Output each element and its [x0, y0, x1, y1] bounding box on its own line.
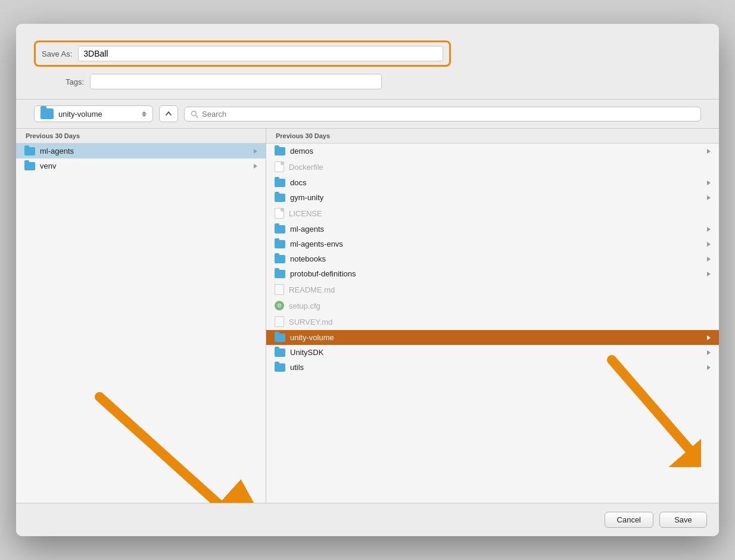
item-name: demos [290, 147, 702, 155]
save-dialog: Save As: Tags: unity-volume [16, 24, 719, 536]
chevron-right-icon [707, 272, 711, 276]
save-button[interactable]: Save [659, 512, 707, 528]
file-icon: ⚙ [275, 301, 284, 310]
item-name: LICENSE [289, 209, 711, 218]
chevron-right-icon [707, 242, 711, 247]
right-panel-header: Previous 30 Days [266, 129, 719, 144]
folder-icon [275, 194, 285, 202]
chevron-right-icon [707, 350, 711, 355]
chevron-right-icon [707, 181, 711, 185]
folder-icon [41, 108, 54, 119]
item-name: ml-agents [40, 147, 249, 155]
list-item[interactable]: docs [266, 175, 719, 190]
chevron-right-icon [254, 164, 257, 169]
list-item-selected[interactable]: unity-volume [266, 330, 719, 345]
list-item[interactable]: venv [16, 158, 266, 173]
item-name: Dockerfile [289, 163, 711, 172]
list-item[interactable]: UnitySDK [266, 345, 719, 360]
save-as-row: Save As: [34, 41, 451, 67]
item-name: gym-unity [290, 193, 702, 202]
list-item[interactable]: LICENSE [266, 205, 719, 222]
chevron-right-icon [707, 335, 711, 340]
item-name: ml-agents-envs [290, 239, 702, 248]
folder-icon [275, 349, 285, 357]
tags-row: Tags: [36, 74, 701, 89]
item-name: SURVEY.md [289, 318, 711, 326]
list-item[interactable]: Dockerfile [266, 158, 719, 175]
search-icon [191, 110, 198, 118]
save-as-input[interactable] [78, 46, 443, 61]
chevron-right-icon [707, 257, 711, 262]
up-button[interactable] [159, 105, 178, 122]
up-arrow-icon [165, 110, 172, 117]
folder-icon [275, 179, 285, 187]
cancel-button[interactable]: Cancel [605, 512, 653, 528]
browser-area: Previous 30 Days ml-agents venv Previous… [16, 129, 719, 503]
list-item[interactable]: ml-agents [266, 222, 719, 237]
location-selector[interactable]: unity-volume [34, 105, 153, 122]
list-item[interactable]: SURVEY.md [266, 313, 719, 330]
list-item[interactable]: demos [266, 144, 719, 158]
updown-chevron-icon [142, 111, 147, 117]
folder-icon [24, 162, 35, 170]
left-file-list: ml-agents venv [16, 144, 266, 503]
file-icon [275, 161, 284, 172]
list-item[interactable]: README.md [266, 281, 719, 298]
right-panel: Previous 30 Days demos Dockerfile docs [266, 129, 719, 503]
list-item[interactable]: utils [266, 360, 719, 375]
tags-input[interactable] [90, 74, 382, 89]
folder-icon [275, 225, 285, 234]
item-name: utils [290, 363, 702, 372]
item-name: notebooks [290, 254, 702, 263]
folder-icon [275, 334, 285, 342]
file-icon [275, 208, 284, 219]
list-item[interactable]: protobuf-definitions [266, 266, 719, 281]
list-item[interactable]: ml-agents-envs [266, 237, 719, 251]
save-as-label: Save As: [42, 49, 72, 58]
tags-label: Tags: [36, 77, 84, 86]
folder-icon [275, 270, 285, 278]
item-name: unity-volume [290, 333, 702, 342]
item-name: UnitySDK [290, 348, 702, 357]
item-name: README.md [289, 285, 711, 294]
item-name: docs [290, 178, 702, 187]
list-item[interactable]: ml-agents [16, 144, 266, 158]
list-item[interactable]: ⚙ setup.cfg [266, 298, 719, 313]
top-section: Save As: Tags: [16, 24, 719, 99]
item-name: protobuf-definitions [290, 269, 702, 278]
location-text: unity-volume [58, 110, 135, 119]
list-item[interactable]: notebooks [266, 251, 719, 266]
file-icon [275, 316, 284, 327]
folder-icon [275, 255, 285, 263]
folder-icon [275, 240, 285, 248]
chevron-right-icon [707, 195, 711, 200]
left-panel: Previous 30 Days ml-agents venv [16, 129, 266, 503]
search-input[interactable] [202, 110, 694, 119]
chevron-right-icon [707, 149, 711, 154]
left-panel-header: Previous 30 Days [16, 129, 266, 144]
chevron-right-icon [254, 149, 257, 154]
nav-bar: unity-volume [16, 99, 719, 129]
folder-icon [24, 147, 35, 155]
folder-icon [275, 147, 285, 155]
folder-icon [275, 363, 285, 372]
chevron-right-icon [707, 227, 711, 232]
right-file-list: demos Dockerfile docs gym-unity [266, 144, 719, 503]
bottom-bar: Cancel Save [16, 503, 719, 536]
chevron-right-icon [707, 365, 711, 370]
search-box[interactable] [184, 107, 701, 122]
item-name: venv [40, 161, 249, 170]
item-name: ml-agents [290, 225, 702, 234]
file-icon [275, 284, 284, 295]
svg-line-1 [196, 115, 198, 117]
list-item[interactable]: gym-unity [266, 190, 719, 205]
item-name: setup.cfg [289, 301, 711, 310]
